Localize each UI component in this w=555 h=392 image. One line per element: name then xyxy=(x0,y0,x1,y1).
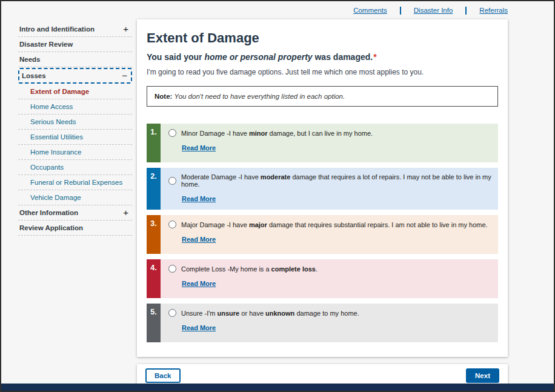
radio-option-2[interactable] xyxy=(168,177,176,185)
sidebar-subitem-occupants[interactable]: Occupants xyxy=(18,160,132,175)
sidebar-item-needs[interactable]: Needs xyxy=(18,52,132,67)
minus-icon[interactable]: − xyxy=(122,73,127,79)
main-content: Extent of Damage You said your home or p… xyxy=(132,19,554,387)
option-body: Complete Loss -My home is a complete los… xyxy=(161,259,498,298)
sidebar-item-losses[interactable]: Losses − xyxy=(18,68,132,84)
sidebar-item-label: Other Information xyxy=(19,209,78,216)
read-more-link[interactable]: Read More xyxy=(182,195,216,202)
damage-options-list: 1. Minor Damage -I have minor damage, bu… xyxy=(147,124,498,342)
plus-icon[interactable]: + xyxy=(123,210,128,216)
required-asterisk: * xyxy=(373,52,376,62)
footer-strip xyxy=(1,384,554,391)
option-1-label[interactable]: Minor Damage -I have minor damage, but I… xyxy=(168,129,494,137)
sidebar-item-label: Review Application xyxy=(19,224,83,231)
option-2-label[interactable]: Moderate Damage -I have moderate damage … xyxy=(168,173,494,188)
radio-option-5[interactable] xyxy=(168,309,176,317)
damage-option-3: 3. Major Damage -I have major damage tha… xyxy=(147,215,498,254)
option-text: Unsure -I'm unsure or have unknown damag… xyxy=(181,310,359,317)
sidebar-subitem-funeral-or-reburial-expenses[interactable]: Funeral or Reburial Expenses xyxy=(18,175,132,190)
option-number: 3. xyxy=(147,215,161,254)
extent-of-damage-card: Extent of Damage You said your home or p… xyxy=(137,19,508,357)
sidebar-item-other-information[interactable]: Other Information + xyxy=(18,205,132,221)
top-link-comments[interactable]: Comments xyxy=(353,7,387,14)
option-body: Unsure -I'm unsure or have unknown damag… xyxy=(161,304,498,342)
app-window: Comments Disaster Info Referrals Intro a… xyxy=(0,0,555,392)
note-text: You don't need to have everything listed… xyxy=(174,93,345,100)
page-layout: Intro and Identification + Disaster Revi… xyxy=(1,19,554,387)
subtitle-text: was damaged. xyxy=(313,52,373,62)
sidebar-item-label: Intro and Identification xyxy=(19,25,95,33)
option-number: 5. xyxy=(147,304,161,342)
note-label: Note: xyxy=(155,93,172,100)
radio-option-4[interactable] xyxy=(168,265,176,273)
read-more-link[interactable]: Read More xyxy=(182,236,216,243)
option-number: 4. xyxy=(147,259,161,298)
sidebar-item-label: Losses xyxy=(22,72,46,79)
sidebar-item-disaster-review[interactable]: Disaster Review xyxy=(18,37,132,52)
separator-bar xyxy=(400,7,401,15)
option-text: Minor Damage -I have minor damage, but I… xyxy=(181,130,373,137)
sidebar-subitem-extent-of-damage[interactable]: Extent of Damage xyxy=(18,84,132,99)
radio-option-1[interactable] xyxy=(168,129,176,137)
sidebar-item-label: Needs xyxy=(19,56,41,63)
read-more-link[interactable]: Read More xyxy=(182,280,216,287)
page-title: Extent of Damage xyxy=(147,30,498,46)
next-button[interactable]: Next xyxy=(466,368,499,383)
sidebar-item-review-application[interactable]: Review Application xyxy=(18,221,132,236)
option-body: Major Damage -I have major damage that r… xyxy=(161,215,498,254)
sidebar-subitem-home-insurance[interactable]: Home Insurance xyxy=(18,145,132,160)
top-link-disaster-info[interactable]: Disaster Info xyxy=(414,7,453,14)
read-more-link[interactable]: Read More xyxy=(182,144,216,151)
option-body: Minor Damage -I have minor damage, but I… xyxy=(161,124,498,162)
damage-option-1: 1. Minor Damage -I have minor damage, bu… xyxy=(147,124,498,162)
option-body: Moderate Damage -I have moderate damage … xyxy=(161,168,498,210)
sidebar-subitem-vehicle-damage[interactable]: Vehicle Damage xyxy=(18,190,132,205)
top-link-referrals[interactable]: Referrals xyxy=(479,7,508,14)
question-subtitle: You said your home or personal property … xyxy=(147,52,498,62)
sidebar-item-label: Disaster Review xyxy=(19,41,73,48)
note-box: Note: You don't need to have everything … xyxy=(147,86,498,107)
subtitle-emphasis: home or personal property xyxy=(204,52,312,62)
top-bar: Comments Disaster Info Referrals xyxy=(1,1,554,19)
damage-option-4: 4. Complete Loss -My home is a complete … xyxy=(147,259,498,298)
sidebar-item-intro-and-identification[interactable]: Intro and Identification + xyxy=(18,22,132,37)
option-4-label[interactable]: Complete Loss -My home is a complete los… xyxy=(168,265,494,273)
intro-text: I'm going to read you five damage option… xyxy=(147,68,498,76)
separator-bar xyxy=(465,7,467,15)
sidebar-subitem-serious-needs[interactable]: Serious Needs xyxy=(18,115,132,130)
top-nav: Comments Disaster Info Referrals xyxy=(353,7,508,15)
read-more-link[interactable]: Read More xyxy=(182,324,216,331)
damage-option-5: 5. Unsure -I'm unsure or have unknown da… xyxy=(147,304,498,342)
option-number: 2. xyxy=(147,168,161,210)
option-number: 1. xyxy=(147,124,161,162)
damage-option-2: 2. Moderate Damage -I have moderate dama… xyxy=(147,168,498,210)
radio-option-3[interactable] xyxy=(168,221,176,228)
plus-icon[interactable]: + xyxy=(123,26,128,32)
option-text: Complete Loss -My home is a complete los… xyxy=(181,265,317,273)
option-text: Moderate Damage -I have moderate damage … xyxy=(181,173,494,188)
sidebar-subitem-home-access[interactable]: Home Access xyxy=(18,99,132,115)
sidebar-nav: Intro and Identification + Disaster Revi… xyxy=(18,19,132,236)
option-3-label[interactable]: Major Damage -I have major damage that r… xyxy=(168,221,494,228)
option-text: Major Damage -I have major damage that r… xyxy=(181,221,488,228)
back-button[interactable]: Back xyxy=(145,368,181,383)
subtitle-text: You said your xyxy=(147,52,204,62)
option-5-label[interactable]: Unsure -I'm unsure or have unknown damag… xyxy=(168,309,494,317)
sidebar-subitem-essential-utilities[interactable]: Essential Utilities xyxy=(18,130,132,145)
